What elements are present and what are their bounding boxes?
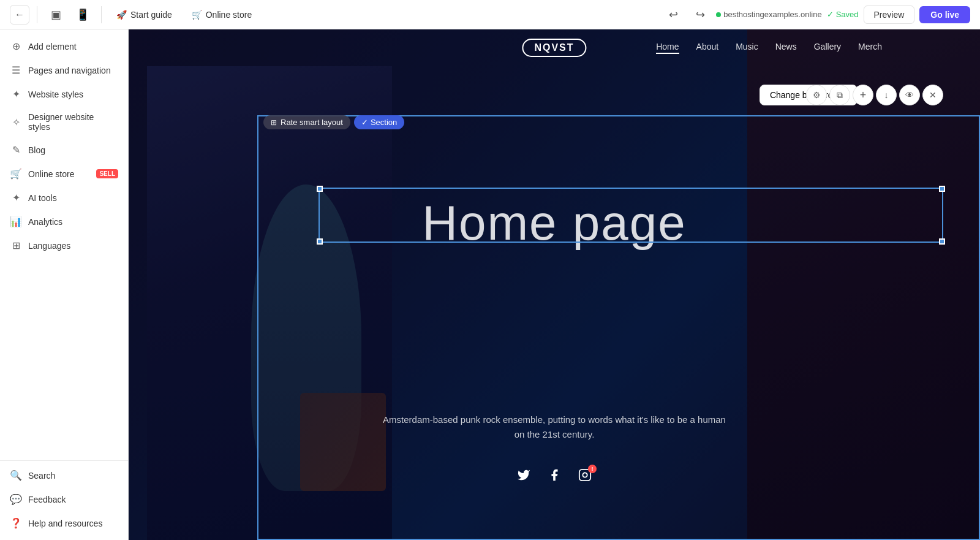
sidebar-item-feedback[interactable]: 💬 Feedback <box>0 487 128 511</box>
undo-icon: ↩ <box>669 8 678 21</box>
band-background <box>129 29 980 540</box>
sidebar: ⊕ Add element ☰ Pages and navigation ✦ W… <box>0 29 129 540</box>
pages-icon: ☰ <box>10 64 22 76</box>
sidebar-item-add-element[interactable]: ⊕ Add element <box>0 34 128 58</box>
sidebar-item-search[interactable]: 🔍 Search <box>0 463 128 487</box>
nav-link-gallery[interactable]: Gallery <box>814 42 841 54</box>
preview-tool-button[interactable]: 👁 <box>899 85 920 105</box>
twitter-icon[interactable] <box>517 468 530 485</box>
delete-tool-button[interactable]: ✕ <box>922 85 943 105</box>
section-toolbar: ⚙ ⧉ + ↓ 👁 ✕ <box>806 85 943 105</box>
topbar-right: ↩ ↪ besthostingexamples.online ✓ Saved P… <box>662 4 970 26</box>
sidebar-item-designer-styles[interactable]: ✧ Designer website styles <box>0 106 128 138</box>
sidebar-item-blog[interactable]: ✎ Blog <box>0 138 128 162</box>
site-logo: NQVST <box>522 39 586 57</box>
layout-grid-icon: ⊞ <box>271 118 277 127</box>
help-icon: ❓ <box>10 517 22 529</box>
check-icon-badge: ✓ <box>361 118 368 127</box>
go-live-button[interactable]: Go live <box>919 6 970 23</box>
ai-icon: ✦ <box>10 192 22 203</box>
search-icon: 🔍 <box>10 470 22 481</box>
settings-tool-button[interactable]: ⚙ <box>806 85 827 105</box>
notification-badge: ! <box>588 465 597 473</box>
section-badge[interactable]: ✓ Section <box>354 115 404 129</box>
dark-overlay <box>129 29 980 540</box>
nav-link-news[interactable]: News <box>775 42 797 54</box>
online-store-button[interactable]: 🛒 Online store <box>184 6 259 23</box>
undo-button[interactable]: ↩ <box>662 4 684 26</box>
redo-button[interactable]: ↪ <box>689 4 711 26</box>
languages-icon: ⊞ <box>10 240 22 251</box>
back-button[interactable]: ← <box>10 5 29 25</box>
store-icon: 🛒 <box>10 168 22 180</box>
desktop-icon: ▣ <box>51 8 61 21</box>
subtitle-line2: on the 21st century. <box>129 427 980 442</box>
eye-icon: 👁 <box>905 90 914 100</box>
instagram-icon[interactable]: ! <box>578 468 592 485</box>
rate-smart-layout-badge[interactable]: ⊞ Rate smart layout <box>263 115 350 129</box>
add-icon: + <box>860 89 867 102</box>
desktop-view-button[interactable]: ▣ <box>45 4 67 26</box>
copy-tool-button[interactable]: ⧉ <box>829 85 850 105</box>
main-content: ⊕ Add element ☰ Pages and navigation ✦ W… <box>0 29 980 540</box>
domain-display: besthostingexamples.online <box>716 10 821 19</box>
mobile-icon: 📱 <box>76 8 89 21</box>
website-preview[interactable]: NQVST Home About Music News Gallery Merc… <box>129 29 980 540</box>
redo-icon: ↪ <box>696 8 705 21</box>
mobile-view-button[interactable]: 📱 <box>72 4 94 26</box>
add-tool-button[interactable]: + <box>853 85 873 105</box>
sidebar-item-online-store[interactable]: 🛒 Online store SELL <box>0 162 128 186</box>
analytics-icon: 📊 <box>10 216 22 227</box>
preview-button[interactable]: Preview <box>864 6 915 24</box>
subtitle-line1: Amsterdam-based punk rock ensemble, putt… <box>129 413 980 427</box>
plus-circle-icon: ⊕ <box>10 40 22 52</box>
arrow-down-icon: ↓ <box>884 90 889 100</box>
topbar-divider <box>37 6 37 23</box>
nav-link-about[interactable]: About <box>696 42 719 54</box>
check-icon: ✓ <box>827 10 834 19</box>
topbar: ← ▣ 📱 🚀 Start guide 🛒 Online store ↩ ↪ b… <box>0 0 980 29</box>
sidebar-item-ai-tools[interactable]: ✦ AI tools <box>0 186 128 210</box>
smart-layout-badges: ⊞ Rate smart layout ✓ Section <box>263 115 404 129</box>
sidebar-item-pages-navigation[interactable]: ☰ Pages and navigation <box>0 58 128 82</box>
site-subtitle: Amsterdam-based punk rock ensemble, putt… <box>129 413 980 442</box>
copy-icon: ⧉ <box>837 90 843 101</box>
topbar-divider2 <box>101 6 102 23</box>
trash-icon: ✕ <box>929 90 937 100</box>
nav-link-merch[interactable]: Merch <box>858 42 882 54</box>
styles-icon: ✦ <box>10 88 22 100</box>
blog-icon: ✎ <box>10 144 22 156</box>
designer-icon: ✧ <box>10 116 22 128</box>
nav-link-music[interactable]: Music <box>736 42 758 54</box>
start-guide-button[interactable]: 🚀 Start guide <box>109 6 179 23</box>
nav-link-home[interactable]: Home <box>656 42 679 54</box>
sidebar-item-help[interactable]: ❓ Help and resources <box>0 511 128 535</box>
rocket-icon: 🚀 <box>116 10 127 20</box>
settings-icon: ⚙ <box>813 90 821 100</box>
sell-badge: SELL <box>96 169 118 178</box>
sidebar-item-analytics[interactable]: 📊 Analytics <box>0 210 128 234</box>
sidebar-bottom: 🔍 Search 💬 Feedback ❓ Help and resources <box>0 460 128 535</box>
move-down-tool-button[interactable]: ↓ <box>876 85 897 105</box>
domain-active-dot <box>716 12 721 17</box>
saved-status: ✓ Saved <box>827 10 859 19</box>
site-navigation: NQVST Home About Music News Gallery Merc… <box>129 29 980 66</box>
sidebar-top: ⊕ Add element ☰ Pages and navigation ✦ W… <box>0 34 128 257</box>
sidebar-item-website-styles[interactable]: ✦ Website styles <box>0 82 128 106</box>
sidebar-item-languages[interactable]: ⊞ Languages <box>0 234 128 257</box>
social-icons: ! <box>129 468 980 485</box>
cart-icon: 🛒 <box>192 10 202 20</box>
back-icon: ← <box>15 9 24 20</box>
facebook-icon[interactable] <box>548 468 561 485</box>
feedback-icon: 💬 <box>10 493 22 505</box>
site-nav-links: Home About Music News Gallery Merch <box>656 42 882 54</box>
canvas-area[interactable]: NQVST Home About Music News Gallery Merc… <box>129 29 980 540</box>
